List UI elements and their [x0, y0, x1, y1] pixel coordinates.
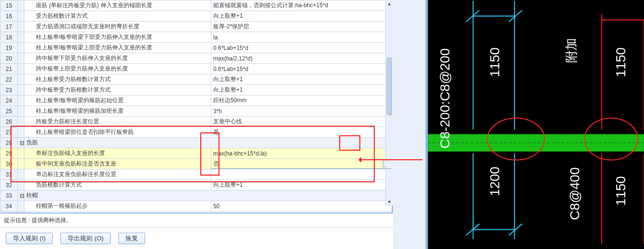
hint-text: 提示信息 : 提供两种选择。: [0, 213, 393, 227]
expander-cell: [18, 85, 24, 95]
label-c8200: C8-200:C8@200: [437, 48, 452, 149]
row-number: 29: [0, 148, 18, 159]
param-name: 受力筋遇洞口或端部无支座时的弯折长度: [24, 22, 211, 32]
expander-cell: [18, 43, 24, 53]
expander-cell: [18, 127, 24, 138]
row-number: 20: [0, 53, 18, 64]
expander-cell: [18, 95, 24, 106]
row-number: 27: [0, 127, 18, 138]
param-name: 跨中板带下部受力筋伸入支座的长度: [24, 53, 211, 64]
collapse-icon[interactable]: ⊟: [18, 190, 24, 201]
param-value[interactable]: max(ha-bhc+15*d,la): [211, 148, 392, 159]
import-rules-button[interactable]: 导入规则 (I): [6, 233, 53, 244]
row-number: 31: [0, 169, 18, 180]
param-name: 柱上板带/板带暗梁上部受力筋伸入支座的长度: [24, 43, 211, 53]
row-number: 21: [0, 64, 18, 74]
table-row[interactable]: 18柱上板带/板带暗梁下部受力筋伸入支座的长度la: [0, 32, 392, 43]
scroll-down-icon[interactable]: ▼: [386, 198, 393, 206]
table-row[interactable]: 23跨中板带受力筋根数计算方式向上取整+1: [0, 85, 392, 95]
table-row[interactable]: 25柱上板带/板带暗梁的箍筋加密长度3*h: [0, 106, 392, 117]
param-value[interactable]: 能直锚就直锚，否则按公式计算:ha-bhc+15*d: [211, 0, 392, 11]
export-rules-button[interactable]: 导出规则 (O): [60, 233, 111, 244]
param-value[interactable]: 向上取整+1: [211, 11, 392, 22]
param-value[interactable]: 向上取整+1: [211, 85, 392, 95]
expander-cell: [18, 64, 24, 74]
expander-cell: [18, 180, 24, 190]
param-value[interactable]: 否▾是否: [211, 159, 392, 169]
table-row[interactable]: 27柱上板带暗梁部位是否扣除平行板带筋是: [0, 127, 392, 138]
panel-gap: [393, 0, 426, 249]
row-number: 32: [0, 180, 18, 190]
expander-cell: [18, 159, 24, 169]
table-row[interactable]: 31单边标注支座负筋标注长度位置: [0, 169, 392, 180]
group-row[interactable]: 33⊟柱帽: [0, 190, 392, 201]
row-number: 24: [0, 95, 18, 106]
button-bar: 导入规则 (I) 导出规则 (O) 恢复: [0, 227, 393, 249]
group-row[interactable]: 28⊟负筋: [0, 138, 392, 148]
label-fujia: 附加: [564, 38, 578, 63]
table-row[interactable]: 21跨中板带上部受力筋伸入支座的长度0.6*Lab+15*d: [0, 64, 392, 74]
dim-top-left: 1150: [487, 47, 502, 77]
param-value[interactable]: 向上取整+1: [211, 74, 392, 85]
param-value[interactable]: 是: [211, 127, 392, 138]
settings-table: 15面筋 (单标注跨板受力筋) 伸入支座的锚固长度能直锚就直锚，否则按公式计算:…: [0, 0, 392, 213]
param-name: 负筋根数计算方式: [24, 180, 211, 190]
cad-viewport[interactable]: 1150 1150 1200 1150 C8-200:C8@200: [426, 0, 644, 249]
expander-cell: [18, 32, 24, 43]
dropdown-option-yes[interactable]: 是: [212, 169, 391, 169]
table-row[interactable]: 29单标注负筋锚入支座的长度max(ha-bhc+15*d,la): [0, 148, 392, 159]
label-c8400: C8@400: [567, 167, 582, 220]
group-label: 柱帽: [24, 190, 392, 201]
expander-cell: [18, 74, 24, 85]
row-number: 15: [0, 0, 18, 11]
dim-bot-right: 1150: [613, 176, 628, 206]
expander-cell: [18, 0, 24, 11]
expander-cell: [18, 22, 24, 32]
table-row[interactable]: 15面筋 (单标注跨板受力筋) 伸入支座的锚固长度能直锚就直锚，否则按公式计算:…: [0, 0, 392, 11]
table-row[interactable]: 16受力筋根数计算方式向上取整+1: [0, 11, 392, 22]
param-value[interactable]: [211, 169, 392, 180]
vertical-scrollbar[interactable]: ▲ ▼: [385, 0, 393, 206]
param-value[interactable]: la: [211, 32, 392, 43]
param-value[interactable]: 0.6*Lab+15*d: [211, 64, 392, 74]
table-row[interactable]: 26跨板受力筋标注长度位置支座中心线: [0, 117, 392, 127]
row-number: 33: [0, 190, 18, 201]
collapse-icon[interactable]: ⊟: [18, 138, 24, 148]
param-value[interactable]: 板厚-2*保护层: [211, 22, 392, 32]
row-number: 26: [0, 117, 18, 127]
table-row[interactable]: 24柱上板带/板带暗梁的箍筋起始位置距柱边50mm: [0, 95, 392, 106]
expander-cell: [18, 169, 24, 180]
cad-drawing: 1150 1150 1200 1150 C8-200:C8@200: [428, 0, 644, 249]
table-row[interactable]: 30板中间支座负筋标注是否含支座否▾是否: [0, 159, 392, 169]
param-value[interactable]: 3*h: [211, 106, 392, 117]
param-value[interactable]: 距柱边50mm: [211, 95, 392, 106]
table-row[interactable]: 32负筋根数计算方式向上取整+1: [0, 180, 392, 190]
param-name: 柱上板带/板带暗梁下部受力筋伸入支座的长度: [24, 32, 211, 43]
param-name: 受力筋根数计算方式: [24, 11, 211, 22]
table-row[interactable]: 34柱帽第一根箍筋起步50: [0, 201, 392, 212]
row-number: 34: [0, 201, 18, 212]
table-row[interactable]: 22柱上板带受力筋根数计算方式向上取整+1: [0, 74, 392, 85]
param-value[interactable]: 支座中心线: [211, 117, 392, 127]
param-value[interactable]: 50: [211, 201, 392, 212]
param-value[interactable]: max(ha/2,12*d): [211, 53, 392, 64]
table-row[interactable]: 19柱上板带/板带暗梁上部受力筋伸入支座的长度0.6*Lab+15*d: [0, 43, 392, 53]
param-name: 板中间支座负筋标注是否含支座: [24, 159, 211, 169]
param-name: 跨板受力筋标注长度位置: [24, 117, 211, 127]
table-row[interactable]: 17受力筋遇洞口或端部无支座时的弯折长度板厚-2*保护层: [0, 22, 392, 32]
row-number: 28: [0, 138, 18, 148]
restore-button[interactable]: 恢复: [118, 233, 145, 244]
param-name: 单边标注支座负筋标注长度位置: [24, 169, 211, 180]
expander-cell: [18, 148, 24, 159]
expander-cell: [18, 53, 24, 64]
param-name: 柱上板带/板带暗梁的箍筋起始位置: [24, 95, 211, 106]
scroll-up-icon[interactable]: ▲: [386, 0, 393, 8]
scroll-thumb[interactable]: [387, 58, 392, 115]
row-number: 18: [0, 32, 18, 43]
row-number: 19: [0, 43, 18, 53]
expander-cell: [18, 106, 24, 117]
param-value[interactable]: 0.6*Lab+15*d: [211, 43, 392, 53]
settings-table-wrap: 15面筋 (单标注跨板受力筋) 伸入支座的锚固长度能直锚就直锚，否则按公式计算:…: [0, 0, 393, 213]
table-row[interactable]: 20跨中板带下部受力筋伸入支座的长度max(ha/2,12*d): [0, 53, 392, 64]
param-value[interactable]: 向上取整+1: [211, 180, 392, 190]
